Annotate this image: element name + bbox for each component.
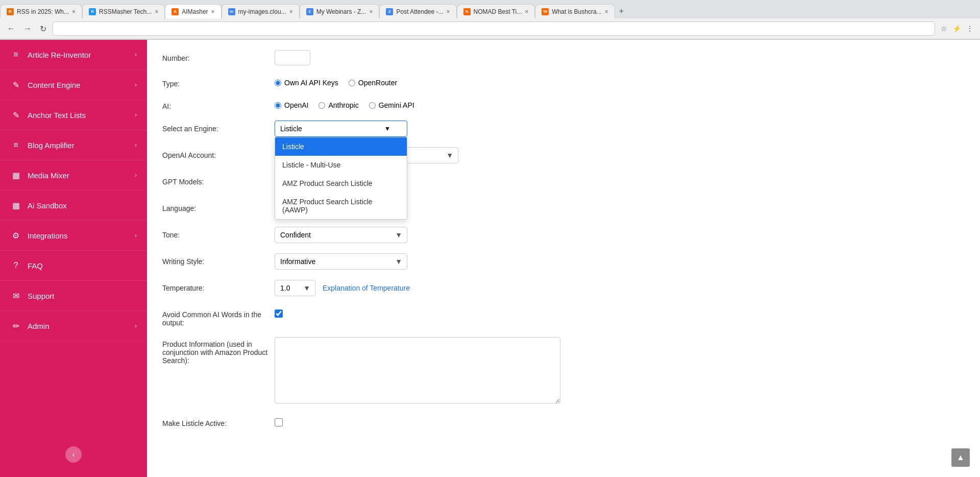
- sidebar-item-admin[interactable]: ✏ Admin ›: [0, 311, 147, 341]
- engine-option-listicle[interactable]: Listicle: [275, 137, 407, 156]
- ai-openai-label[interactable]: OpenAI: [275, 101, 308, 109]
- temperature-row: Temperature: 1.0 ▼ Explanation of Temper…: [162, 280, 965, 296]
- ai-openai-radio[interactable]: [275, 102, 281, 109]
- ai-anthropic-radio[interactable]: [318, 102, 325, 109]
- type-openrouter-radio[interactable]: [349, 80, 355, 86]
- sidebar-item-faq[interactable]: ? FAQ: [0, 251, 147, 281]
- sidebar-item-support[interactable]: ✉ Support: [0, 281, 147, 311]
- type-openrouter-label[interactable]: OpenRouter: [349, 79, 397, 87]
- tab-close-icon[interactable]: ×: [369, 8, 373, 15]
- sidebar-item-label: Ai Sandbox: [28, 201, 137, 210]
- engine-option-amz-listicle-aawp[interactable]: AMZ Product Search Listicle (AAWP): [275, 193, 407, 219]
- sidebar-item-blog-amplifier[interactable]: ≡ Blog Amplifier ›: [0, 130, 147, 160]
- tab-close-icon[interactable]: ×: [155, 8, 158, 15]
- ai-gemini-text: Gemini API: [379, 101, 414, 109]
- engine-control: Listicle ▼ Listicle Listicle - Multi-Use…: [275, 121, 965, 137]
- ai-gemini-radio[interactable]: [369, 102, 376, 109]
- sidebar-item-label: Media Mixer: [28, 171, 135, 180]
- engine-option-amz-listicle[interactable]: AMZ Product Search Listicle: [275, 174, 407, 193]
- sidebar-item-label: Integrations: [28, 231, 135, 240]
- product-info-label-text: Product Information (used in conjunction…: [162, 340, 267, 365]
- nav-icons: ☆ ⚡ ⋮: [939, 23, 975, 34]
- type-own-api-label[interactable]: Own AI API Keys: [275, 79, 338, 87]
- anchor-text-icon: ✎: [10, 109, 21, 121]
- tab-webinars[interactable]: Z My Webinars - Z... ×: [300, 4, 380, 18]
- chevron-right-icon: ›: [135, 141, 137, 149]
- tab-post-attendee[interactable]: Z Post Attendee -... ×: [379, 4, 456, 18]
- chevron-right-icon: ›: [135, 172, 137, 179]
- tab-close-icon[interactable]: ×: [605, 8, 608, 15]
- avoid-ai-checkbox[interactable]: [275, 309, 283, 318]
- tab-title: NOMAD Best Ti...: [474, 8, 522, 15]
- ai-gemini-label[interactable]: Gemini API: [369, 101, 414, 109]
- ai-radio-group: OpenAI Anthropic Gemini API: [275, 98, 965, 109]
- sidebar-item-article-reinventor[interactable]: ≡ Article Re-Inventor ›: [0, 40, 147, 70]
- ai-sandbox-icon: ▦: [10, 200, 21, 211]
- tab-close-icon[interactable]: ×: [289, 8, 293, 15]
- sidebar-item-label: Content Engine: [28, 81, 135, 89]
- sidebar-item-ai-sandbox[interactable]: ▦ Ai Sandbox: [0, 190, 147, 221]
- new-tab-button[interactable]: +: [615, 4, 628, 18]
- type-own-api-radio[interactable]: [275, 80, 281, 86]
- bookmark-icon[interactable]: ☆: [939, 23, 949, 34]
- writing-style-select[interactable]: Informative: [275, 253, 407, 270]
- number-label: Number:: [162, 50, 275, 62]
- ai-label: AI:: [162, 98, 275, 110]
- temperature-select[interactable]: 1.0: [275, 280, 315, 296]
- address-bar[interactable]: members.aimasher.com/Account/AddListicle…: [53, 21, 935, 36]
- article-reinventor-icon: ≡: [10, 49, 21, 60]
- tab-favicon: N: [463, 8, 471, 15]
- scroll-top-button[interactable]: ▲: [951, 448, 970, 467]
- tone-select[interactable]: Confident: [275, 227, 407, 243]
- writing-style-label: Writing Style:: [162, 253, 275, 266]
- back-button[interactable]: ←: [5, 23, 17, 34]
- browser-chrome: R RSS in 2025: Wh... × R RSSMasher Tech.…: [0, 0, 980, 40]
- chevron-right-icon: ›: [135, 232, 137, 239]
- tab-close-icon[interactable]: ×: [525, 8, 528, 15]
- tab-rss[interactable]: R RSS in 2025: Wh... ×: [0, 4, 82, 18]
- tab-close-icon[interactable]: ×: [447, 8, 450, 15]
- sidebar-collapse-button[interactable]: ‹: [65, 446, 82, 463]
- engine-dropdown-selected[interactable]: Listicle ▼: [275, 121, 407, 137]
- gpt-models-label: GPT Models:: [162, 174, 275, 186]
- sidebar-item-label: Blog Amplifier: [28, 141, 135, 150]
- chevron-right-icon: ›: [135, 81, 137, 88]
- tab-favicon: Z: [306, 8, 313, 15]
- sidebar-item-content-engine[interactable]: ✎ Content Engine ›: [0, 70, 147, 100]
- product-info-textarea[interactable]: [275, 337, 560, 403]
- tab-favicon: m: [228, 8, 235, 15]
- engine-dropdown[interactable]: Listicle ▼ Listicle Listicle - Multi-Use…: [275, 121, 407, 137]
- tone-label: Tone:: [162, 227, 275, 239]
- ai-anthropic-label[interactable]: Anthropic: [318, 101, 358, 109]
- chevron-right-icon: ›: [135, 111, 137, 118]
- make-active-checkbox[interactable]: [275, 418, 283, 426]
- tab-close-icon[interactable]: ×: [211, 8, 215, 15]
- sidebar-item-label: Support: [28, 292, 137, 300]
- tab-close-icon[interactable]: ×: [72, 8, 76, 15]
- menu-icon[interactable]: ⋮: [965, 23, 975, 34]
- tab-bushcraft[interactable]: W What is Bushcra... ×: [535, 4, 615, 18]
- forward-button[interactable]: →: [21, 23, 34, 34]
- sidebar-item-integrations[interactable]: ⚙ Integrations ›: [0, 221, 147, 251]
- temperature-select-wrapper: 1.0 ▼: [275, 280, 315, 296]
- sidebar-item-media-mixer[interactable]: ▦ Media Mixer ›: [0, 160, 147, 190]
- tab-my-images[interactable]: m my-images.clou... ×: [222, 4, 300, 18]
- temperature-explanation-link[interactable]: Explanation of Temperature: [323, 284, 410, 292]
- reload-button[interactable]: ↻: [38, 23, 48, 35]
- tab-aimasher[interactable]: A AIMasher ×: [165, 4, 221, 18]
- chevron-right-icon: ›: [135, 322, 137, 329]
- number-input[interactable]: 5: [275, 50, 310, 65]
- sidebar-item-anchor-text-lists[interactable]: ✎ Anchor Text Lists ›: [0, 100, 147, 130]
- tab-nomad[interactable]: N NOMAD Best Ti... ×: [457, 4, 535, 18]
- app-layout: ≡ Article Re-Inventor › ✎ Content Engine…: [0, 40, 980, 477]
- writing-style-control: Informative ▼: [275, 253, 965, 270]
- integrations-icon: ⚙: [10, 230, 21, 241]
- make-active-control: [275, 415, 965, 428]
- tab-title: my-images.clou...: [238, 8, 286, 15]
- nav-bar: ← → ↻ members.aimasher.com/Account/AddLi…: [0, 18, 980, 39]
- extensions-icon[interactable]: ⚡: [951, 23, 963, 34]
- tab-rssmasher[interactable]: R RSSMasher Tech... ×: [82, 4, 165, 18]
- tab-title: AIMasher: [182, 8, 208, 15]
- engine-option-listicle-multi[interactable]: Listicle - Multi-Use: [275, 156, 407, 174]
- sidebar-item-label: Anchor Text Lists: [28, 111, 135, 120]
